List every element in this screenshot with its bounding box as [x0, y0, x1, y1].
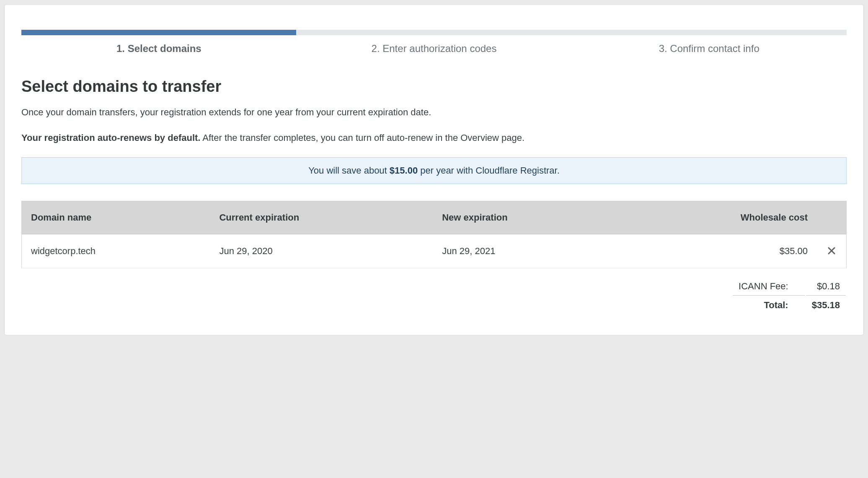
- step-confirm-contact[interactable]: 3. Confirm contact info: [571, 43, 847, 55]
- cell-wholesale-cost: $35.00: [623, 234, 817, 268]
- col-domain-name: Domain name: [22, 201, 210, 234]
- col-current-expiration: Current expiration: [210, 201, 433, 234]
- step-select-domains[interactable]: 1. Select domains: [21, 43, 297, 55]
- lead-text-1: Once your domain transfers, your registr…: [21, 106, 847, 119]
- icann-fee-label: ICANN Fee:: [733, 278, 805, 296]
- domains-table: Domain name Current expiration New expir…: [21, 201, 847, 268]
- progress-fill: [21, 30, 296, 35]
- savings-amount: $15.00: [390, 165, 418, 176]
- cell-new-expiration: Jun 29, 2021: [433, 234, 623, 268]
- progress-bar: [21, 30, 847, 35]
- lead-text-2: Your registration auto-renews by default…: [21, 132, 847, 145]
- total-row: Total: $35.18: [733, 296, 846, 314]
- lead-text-2-bold: Your registration auto-renews by default…: [21, 132, 200, 143]
- savings-banner: You will save about $15.00 per year with…: [21, 157, 847, 184]
- col-wholesale-cost: Wholesale cost: [623, 201, 817, 234]
- close-icon: [828, 247, 835, 255]
- total-label: Total:: [733, 296, 805, 314]
- savings-post: per year with Cloudflare Registrar.: [418, 165, 560, 176]
- icann-fee-value: $0.18: [806, 278, 846, 296]
- savings-pre: You will save about: [308, 165, 390, 176]
- transfer-wizard-card: 1. Select domains 2. Enter authorization…: [4, 4, 864, 335]
- icann-fee-row: ICANN Fee: $0.18: [733, 278, 846, 296]
- cell-domain-name: widgetcorp.tech: [22, 234, 210, 268]
- remove-domain-button[interactable]: [826, 245, 837, 256]
- col-remove: [817, 201, 847, 234]
- lead-text-2-rest: After the transfer completes, you can tu…: [200, 132, 524, 143]
- cell-current-expiration: Jun 29, 2020: [210, 234, 433, 268]
- total-value: $35.18: [806, 296, 846, 314]
- page-title: Select domains to transfer: [21, 78, 847, 96]
- table-row: widgetcorp.tech Jun 29, 2020 Jun 29, 202…: [22, 234, 847, 268]
- totals-section: ICANN Fee: $0.18 Total: $35.18: [21, 277, 847, 315]
- col-new-expiration: New expiration: [433, 201, 623, 234]
- table-header-row: Domain name Current expiration New expir…: [22, 201, 847, 234]
- wizard-steps: 1. Select domains 2. Enter authorization…: [21, 43, 847, 55]
- step-enter-auth-codes[interactable]: 2. Enter authorization codes: [297, 43, 572, 55]
